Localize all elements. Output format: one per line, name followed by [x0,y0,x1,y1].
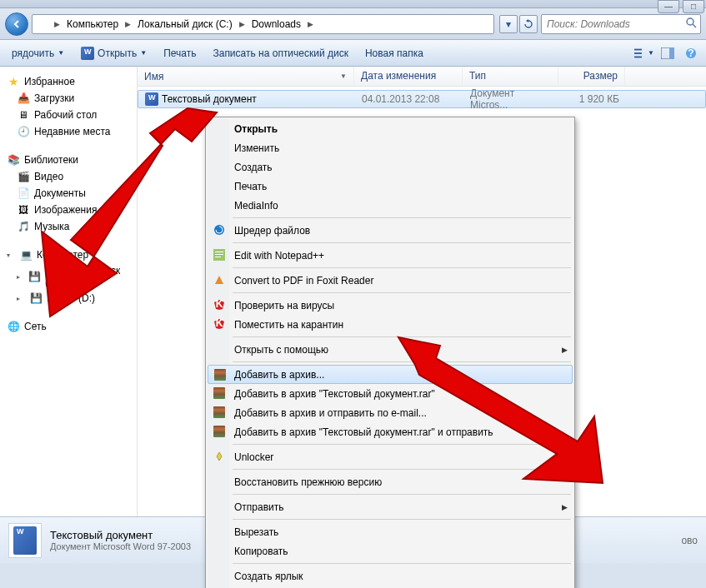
nav-back-button[interactable] [5,12,28,36]
svg-rect-12 [215,254,223,255]
separator [233,469,571,470]
sidebar-computer-header[interactable]: ▾💻Компьютер [3,247,133,263]
ctx-shredder[interactable]: Шредер файлов [208,221,573,240]
separator [233,444,571,445]
svg-point-0 [687,18,693,25]
separator [233,242,571,243]
separator [233,217,571,218]
minimize-button[interactable]: — [658,0,679,13]
ctx-add-named-email[interactable]: Добавить в архив "Текстовый документ.rar… [208,422,573,441]
video-icon: 🎬 [17,170,30,183]
ctx-send-to[interactable]: Отправить▶ [208,497,573,516]
file-date-cell: 04.01.2013 22:08 [355,92,463,107]
sidebar-item-downloads[interactable]: 📥Загрузки [3,90,133,107]
word-icon [81,47,94,60]
history-dropdown-button[interactable]: ▾ [499,15,518,33]
svg-rect-6 [669,47,674,59]
sidebar-item-images[interactable]: 🖼Изображения [3,202,133,218]
ctx-open[interactable]: Открыть [208,119,573,138]
column-date[interactable]: Дата изменения [354,67,463,86]
submenu-arrow-icon: ▶ [562,503,568,511]
file-name-cell: Текстовый документ [138,91,355,107]
winrar-icon [213,386,226,400]
ctx-add-archive-named[interactable]: Добавить в архив "Текстовый документ.rar… [208,384,573,403]
winrar-icon [213,368,227,381]
ctx-notepadpp[interactable]: Edit with Notepad++ [208,246,573,265]
status-extra: ово [681,535,698,546]
open-button[interactable]: Открыть▼ [74,43,153,63]
status-file-icon [8,523,42,558]
print-button[interactable]: Печать [157,44,203,62]
svg-rect-13 [215,257,221,257]
svg-rect-3 [634,52,642,54]
sidebar-item-desktop[interactable]: 🖥Рабочий стол [3,107,133,123]
maximize-button[interactable]: □ [683,0,704,13]
ctx-print[interactable]: Печать [208,177,573,196]
ctx-quarantine[interactable]: KПоместить на карантин [208,315,573,334]
ctx-new[interactable]: Создать [208,157,573,177]
file-size-cell: 1 920 КБ [559,92,626,107]
desktop-icon: 🖥 [17,108,30,122]
file-type-cell: Документ Micros... [463,86,559,112]
ctx-unlocker[interactable]: Unlocker [208,447,573,466]
sidebar-item-disk-d[interactable]: ▸💾Dimon (D:) [3,290,133,306]
sidebar-item-recent[interactable]: 🕘Недавние места [3,123,133,140]
ctx-add-email[interactable]: Добавить в архив и отправить по e-mail..… [208,403,573,422]
separator [233,563,571,564]
computer-icon: 💻 [19,248,33,262]
ctx-cut[interactable]: Вырезать [208,522,573,541]
organize-button[interactable]: рядочить▼ [5,44,71,62]
folder-icon [36,17,51,32]
ctx-edit[interactable]: Изменить [208,138,573,157]
preview-pane-button[interactable] [658,44,678,62]
file-row[interactable]: Текстовый документ 04.01.2013 22:08 Доку… [138,90,706,108]
sidebar-item-music[interactable]: 🎵Музыка [3,218,133,235]
chevron-right-icon: ▸ [17,295,25,302]
column-size[interactable]: Размер [558,67,625,86]
ctx-add-archive[interactable]: Добавить в архив... [208,365,573,384]
ctx-open-with[interactable]: Открыть с помощью▶ [208,340,573,359]
library-icon: 📚 [7,153,20,167]
sidebar-favorites-header[interactable]: ★Избранное [3,73,133,90]
svg-rect-4 [634,56,642,57]
refresh-button[interactable] [519,15,538,33]
sidebar-libraries-header[interactable]: 📚Библиотеки [3,152,133,168]
kaspersky-icon: K [213,298,226,311]
ctx-foxit[interactable]: Convert to PDF in Foxit Reader [208,271,573,290]
ctx-shortcut[interactable]: Создать ярлык [208,566,573,586]
burn-button[interactable]: Записать на оптический диск [206,44,355,62]
recent-icon: 🕘 [17,125,30,138]
sidebar-item-disk-c[interactable]: ▸💾Локальный диск (C:) [3,263,133,290]
breadcrumb-disk-c[interactable]: Локальный диск (C:) [133,17,238,32]
ctx-copy[interactable]: Копировать [208,541,573,561]
search-box[interactable] [541,14,701,34]
view-options-button[interactable]: ▼ [634,44,654,62]
search-input[interactable] [545,17,685,31]
separator [233,519,571,520]
chevron-right-icon: ▶ [53,20,62,28]
help-button[interactable]: ? [681,44,701,62]
toolbar: рядочить▼ Открыть▼ Печать Записать на оп… [0,40,706,67]
sidebar-network-header[interactable]: 🌐Сеть [3,318,133,335]
column-name[interactable]: Имя▼ [138,67,354,86]
unlocker-icon [213,450,226,463]
separator [233,292,571,293]
ctx-virus-check[interactable]: KПроверить на вирусы [208,296,573,315]
file-name-label: Текстовый документ [162,93,257,105]
breadcrumb-computer[interactable]: Компьютер [62,17,123,32]
column-type[interactable]: Тип [463,67,558,86]
foxit-icon [213,273,226,287]
ctx-restore[interactable]: Восстановить прежнюю версию [208,472,573,491]
breadcrumb-downloads[interactable]: Downloads [247,17,306,32]
address-bar[interactable]: ▶ Компьютер ▶ Локальный диск (C:) ▶ Down… [32,14,494,34]
disk-icon: 💾 [28,270,41,283]
context-menu: Открыть Изменить Создать Печать MediaInf… [205,117,575,588]
sidebar-item-documents[interactable]: 📄Документы [3,185,133,202]
notepadpp-icon [213,248,226,262]
sidebar-item-video[interactable]: 🎬Видео [3,168,133,185]
ctx-mediainfo[interactable]: MediaInfo [208,196,573,215]
chevron-right-icon: ▸ [17,273,24,281]
chevron-right-icon: ▶ [306,20,315,28]
new-folder-button[interactable]: Новая папка [358,44,430,62]
status-text: Текстовый документ Документ Microsoft Wo… [50,529,191,551]
